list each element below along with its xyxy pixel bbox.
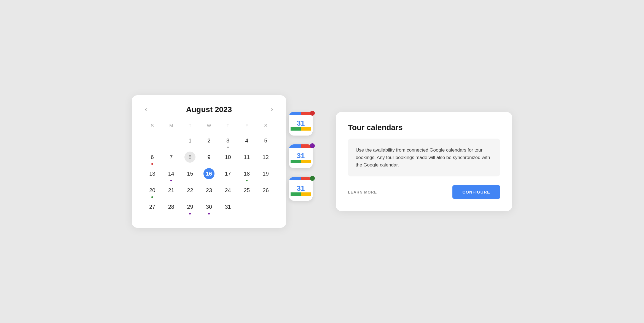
dot-3 [227,147,229,148]
prev-month-button[interactable]: ‹ [143,105,149,114]
tour-actions: LEARN MORE CONFIGURE [348,185,500,199]
day-cell-2[interactable]: 2 [200,133,219,149]
day-cell-26[interactable]: 26 [256,182,275,199]
gcal-bar-green-3 [291,192,301,196]
day-cell-20[interactable]: 20 [143,182,162,199]
calendar-header: ‹ August 2023 › [143,105,275,114]
day-cell-27[interactable]: 27 [143,199,162,216]
day-cell-4[interactable]: 4 [237,133,256,149]
day-header-t1: T [181,122,200,133]
day-cell-29[interactable]: 29 [181,199,200,216]
gcal-bar-yellow-2 [301,160,311,163]
main-container: ‹ August 2023 › S M T W T F S 1 2 3 [132,95,512,228]
gcal-icon-graphic-2: 31 [289,144,313,168]
dot-14 [170,180,172,181]
day-cell-5[interactable]: 5 [256,133,275,149]
day-cell-12[interactable]: 12 [256,149,275,166]
calendar-title: August 2023 [186,105,232,114]
day-header-f: F [237,122,256,133]
gcal-top-left-3 [289,177,301,180]
gcal-icon-graphic-3: 31 [289,177,313,201]
gcal-icon-2: 31 [289,144,314,169]
day-cell-30[interactable]: 30 [200,199,219,216]
gcal-number-3: 31 [297,185,305,192]
day-cell-25[interactable]: 25 [237,182,256,199]
day-cell-19[interactable]: 19 [256,166,275,182]
gcal-bar-green-1 [291,127,301,131]
day-cell-13[interactable]: 13 [143,166,162,182]
next-month-button[interactable]: › [269,105,275,114]
gcal-icons: 31 31 [289,112,314,202]
gcal-top-left-2 [289,144,301,148]
day-cell-3[interactable]: 3 [218,133,237,149]
tour-description-text: Use the availability from connected Goog… [356,146,492,169]
dot-30 [208,213,210,215]
calendar-card: ‹ August 2023 › S M T W T F S 1 2 3 [132,95,286,228]
day-cell-28[interactable]: 28 [162,199,181,216]
day-header-s1: S [143,122,162,133]
day-cell-empty4 [256,199,275,216]
day-header-t2: T [218,122,237,133]
dot-18 [246,180,248,181]
gcal-icon-graphic-1: 31 [289,112,313,136]
day-cell-16[interactable]: 16 [200,166,219,182]
dot-6 [151,163,153,165]
gcal-bar-yellow-3 [301,192,311,196]
gcal-number-2: 31 [297,152,305,159]
day-cell-9[interactable]: 9 [200,149,219,166]
day-cell-31[interactable]: 31 [218,199,237,216]
gcal-bars-2 [291,160,311,163]
calendar-section: ‹ August 2023 › S M T W T F S 1 2 3 [132,95,292,228]
gcal-bars-1 [291,127,311,131]
day-cell-21[interactable]: 21 [162,182,181,199]
day-header-m: M [162,122,181,133]
gcal-dot-3 [310,176,315,181]
gcal-top-left-1 [289,112,301,115]
day-cell-24[interactable]: 24 [218,182,237,199]
gcal-dot-1 [310,111,315,116]
gcal-icon-1: 31 [289,112,314,137]
day-cell-empty1 [143,133,162,149]
day-cell-17[interactable]: 17 [218,166,237,182]
gcal-bar-yellow-1 [301,127,311,131]
day-cell-23[interactable]: 23 [200,182,219,199]
gcal-bar-green-2 [291,160,301,163]
day-cell-6[interactable]: 6 [143,149,162,166]
dot-29 [189,213,191,215]
tour-card: Tour calendars Use the availability from… [336,112,512,211]
configure-button[interactable]: CONFIGURE [452,185,500,199]
gcal-bottom-2: 31 [289,148,313,168]
day-cell-1[interactable]: 1 [181,133,200,149]
gcal-dot-2 [310,143,315,148]
gcal-bottom-3: 31 [289,180,313,201]
day-header-w: W [200,122,219,133]
tour-description-box: Use the availability from connected Goog… [348,139,500,177]
day-cell-14[interactable]: 14 [162,166,181,182]
learn-more-button[interactable]: LEARN MORE [348,190,377,194]
gcal-icon-3: 31 [289,177,314,202]
day-header-s2: S [256,122,275,133]
day-cell-18[interactable]: 18 [237,166,256,182]
day-cell-empty2 [162,133,181,149]
dot-20 [151,196,153,198]
gcal-number-1: 31 [297,120,305,127]
day-cell-8[interactable]: 8 [181,149,200,166]
day-cell-7[interactable]: 7 [162,149,181,166]
tour-card-title: Tour calendars [348,123,500,132]
gcal-bottom-1: 31 [289,115,313,136]
day-cell-empty3 [237,199,256,216]
calendar-grid: S M T W T F S 1 2 3 4 5 [143,122,275,216]
day-cell-15[interactable]: 15 [181,166,200,182]
day-cell-22[interactable]: 22 [181,182,200,199]
day-cell-10[interactable]: 10 [218,149,237,166]
gcal-bars-3 [291,192,311,196]
day-cell-11[interactable]: 11 [237,149,256,166]
